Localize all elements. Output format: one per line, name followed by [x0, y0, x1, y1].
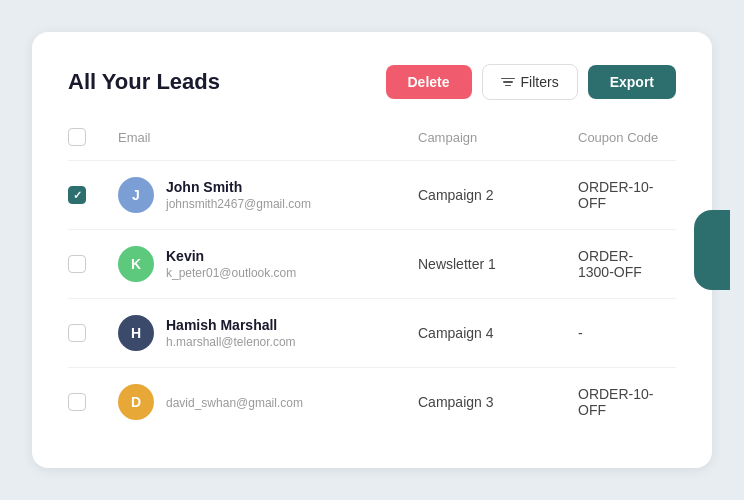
coupon-cell: ORDER-10-OFF — [568, 161, 676, 230]
col-header-coupon: Coupon Code — [568, 128, 676, 161]
avatar: D — [118, 384, 154, 420]
coupon-cell: - — [568, 299, 676, 368]
coupon-cell: ORDER-10-OFF — [568, 368, 676, 437]
lead-cell: D david_swhan@gmail.com — [108, 368, 408, 437]
lead-cell: J John Smith johnsmith2467@gmail.com — [108, 161, 408, 230]
page-title: All Your Leads — [68, 69, 220, 95]
coupon-cell: ORDER-1300-OFF — [568, 230, 676, 299]
table-body: J John Smith johnsmith2467@gmail.com Cam… — [68, 161, 676, 437]
lead-name: Hamish Marshall — [166, 317, 296, 333]
lead-name: Kevin — [166, 248, 296, 264]
campaign-cell: Campaign 2 — [408, 161, 568, 230]
col-header-email: Email — [108, 128, 408, 161]
table-row: K Kevin k_peter01@outlook.com Newsletter… — [68, 230, 676, 299]
table-row: J John Smith johnsmith2467@gmail.com Cam… — [68, 161, 676, 230]
row-checkbox-cell — [68, 230, 108, 299]
row-checkbox[interactable] — [68, 393, 86, 411]
lead-info: Hamish Marshall h.marshall@telenor.com — [166, 317, 296, 349]
header-actions: Delete Filters Export — [386, 64, 677, 100]
page-header: All Your Leads Delete Filters Export — [68, 64, 676, 100]
lead-info: david_swhan@gmail.com — [166, 394, 303, 410]
avatar: J — [118, 177, 154, 213]
main-card: All Your Leads Delete Filters Export Ema… — [32, 32, 712, 468]
filters-label: Filters — [521, 74, 559, 90]
export-button[interactable]: Export — [588, 65, 676, 99]
lead-email: johnsmith2467@gmail.com — [166, 197, 311, 211]
filters-button[interactable]: Filters — [482, 64, 578, 100]
filter-icon — [501, 78, 515, 87]
row-checkbox-cell — [68, 299, 108, 368]
row-checkbox-cell — [68, 161, 108, 230]
lead-cell: H Hamish Marshall h.marshall@telenor.com — [108, 299, 408, 368]
avatar: H — [118, 315, 154, 351]
campaign-cell: Campaign 4 — [408, 299, 568, 368]
row-checkbox[interactable] — [68, 324, 86, 342]
lead-email: david_swhan@gmail.com — [166, 396, 303, 410]
leads-table: Email Campaign Coupon Code J John Smith … — [68, 128, 676, 436]
select-all-checkbox[interactable] — [68, 128, 86, 146]
row-checkbox-cell — [68, 368, 108, 437]
lead-info: Kevin k_peter01@outlook.com — [166, 248, 296, 280]
row-checkbox[interactable] — [68, 186, 86, 204]
side-tab — [694, 210, 730, 290]
lead-email: h.marshall@telenor.com — [166, 335, 296, 349]
lead-info: John Smith johnsmith2467@gmail.com — [166, 179, 311, 211]
campaign-cell: Newsletter 1 — [408, 230, 568, 299]
table-row: H Hamish Marshall h.marshall@telenor.com… — [68, 299, 676, 368]
table-row: D david_swhan@gmail.com Campaign 3ORDER-… — [68, 368, 676, 437]
delete-button[interactable]: Delete — [386, 65, 472, 99]
table-header-row: Email Campaign Coupon Code — [68, 128, 676, 161]
lead-name: John Smith — [166, 179, 311, 195]
lead-cell: K Kevin k_peter01@outlook.com — [108, 230, 408, 299]
campaign-cell: Campaign 3 — [408, 368, 568, 437]
col-header-campaign: Campaign — [408, 128, 568, 161]
lead-email: k_peter01@outlook.com — [166, 266, 296, 280]
col-checkbox — [68, 128, 108, 161]
row-checkbox[interactable] — [68, 255, 86, 273]
avatar: K — [118, 246, 154, 282]
